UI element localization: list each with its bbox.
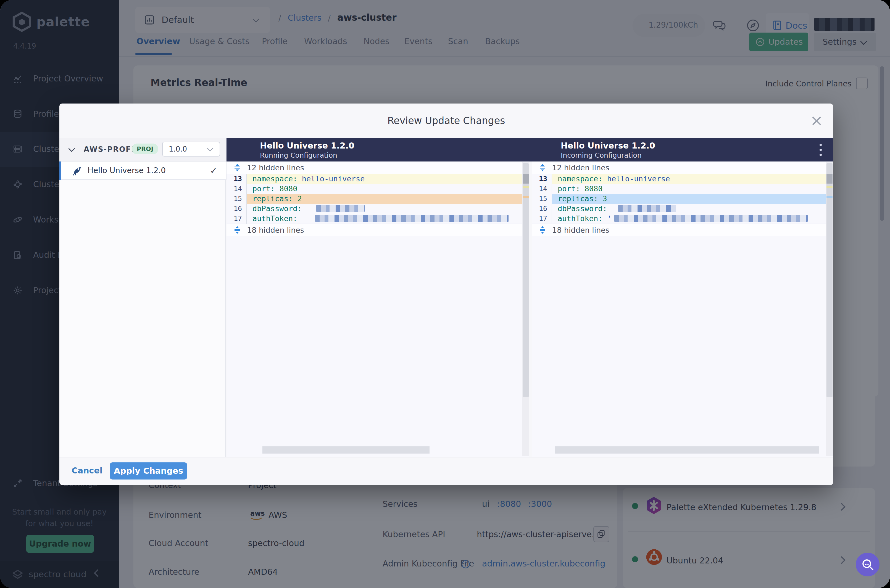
code-line: 16dbPassword: (227, 204, 529, 214)
rocket-icon (72, 165, 83, 176)
running-panel-subtitle: Running Configuration (260, 151, 337, 159)
diff-headers: Hello Universe 1.2.0 Running Configurati… (227, 138, 833, 162)
profile-layer-label: Hello Universe 1.2.0 (87, 166, 166, 175)
cancel-button[interactable]: Cancel (71, 466, 104, 476)
incoming-panel-title: Hello Universe 1.2.0 (561, 141, 655, 150)
profile-panel-body (59, 180, 226, 457)
redacted-secret (316, 205, 365, 212)
redacted-secret (614, 215, 808, 222)
hidden-lines-bottom[interactable]: 18 hidden lines (532, 224, 833, 236)
profile-layer-item[interactable]: Hello Universe 1.2.0 ✓ (59, 162, 227, 180)
profile-version-value: 1.0.0 (169, 145, 187, 153)
collapse-profile-icon[interactable] (68, 145, 75, 152)
modal-footer: Cancel Apply Changes (59, 457, 833, 485)
hidden-lines-top[interactable]: 12 hidden lines (227, 162, 529, 174)
review-update-changes-modal: Review Update Changes × AWS-PROFILE PROJ… (59, 104, 833, 485)
code-line: 14port: 8080 (532, 184, 833, 194)
profile-scope-badge: PROJ (132, 144, 158, 154)
code-line-changed: 15replicas: 3 (532, 194, 833, 204)
code-line: 14port: 8080 (227, 184, 529, 194)
incoming-panel-subtitle: Incoming Configuration (561, 151, 642, 159)
app-window: palette 4.4.19 Project Overview Profiles… (0, 0, 890, 588)
modal-title: Review Update Changes (59, 104, 833, 138)
search-icon (861, 558, 875, 572)
profile-version-select[interactable]: 1.0.0 (162, 142, 220, 156)
hidden-lines-bottom[interactable]: 18 hidden lines (227, 224, 529, 236)
vertical-scrollbar[interactable] (522, 162, 529, 456)
unfold-icon (233, 226, 241, 234)
vertical-scrollbar[interactable] (826, 162, 833, 456)
code-line: 13namespace: hello-universe (227, 174, 529, 184)
apply-changes-button[interactable]: Apply Changes (110, 462, 187, 480)
close-icon[interactable]: × (810, 111, 823, 129)
code-line: 16dbPassword: (532, 204, 833, 214)
unfold-icon (233, 164, 241, 172)
incoming-config-panel: 12 hidden lines 13namespace: hello-unive… (532, 162, 833, 457)
selected-indicator (59, 162, 61, 180)
screen: palette 4.4.19 Project Overview Profiles… (0, 0, 890, 588)
redacted-secret (315, 215, 508, 222)
unfold-icon (538, 164, 547, 172)
horizontal-scrollbar[interactable] (262, 446, 430, 453)
check-icon: ✓ (210, 165, 217, 176)
profile-panel-header: AWS-PROFILE PROJ 1.0.0 (59, 138, 227, 162)
code-line: 13namespace: hello-universe (532, 174, 833, 184)
running-panel-title: Hello Universe 1.2.0 (260, 141, 355, 150)
hidden-lines-top[interactable]: 12 hidden lines (532, 162, 833, 174)
code-line: 17authToken: ' (532, 214, 833, 224)
running-config-panel: 12 hidden lines 13namespace: hello-unive… (227, 162, 529, 457)
unfold-icon (538, 226, 547, 234)
redacted-secret (618, 205, 676, 212)
code-line-changed: 15replicas: 2 (227, 194, 529, 204)
code-line: 17authToken: (227, 214, 529, 224)
chevron-down-icon (207, 145, 213, 152)
kebab-menu-icon[interactable] (819, 143, 822, 157)
horizontal-scrollbar[interactable] (555, 446, 819, 453)
search-assistant-fab[interactable] (856, 553, 879, 576)
